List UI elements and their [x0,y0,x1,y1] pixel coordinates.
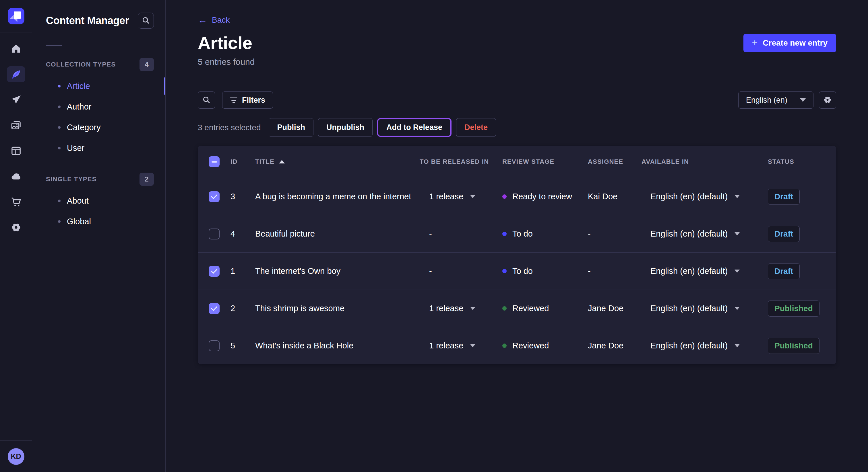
cell-available-in[interactable]: English (en) (default) [650,266,727,276]
table-row[interactable]: 5 What's inside a Black Hole 1 release R… [198,327,836,364]
collection-types-list: Article Author Category User [32,76,165,158]
cloud-icon[interactable] [7,168,25,184]
cell-id: 5 [230,341,255,350]
row-checkbox[interactable] [209,266,220,277]
sidebar-item-global[interactable]: Global [32,211,165,232]
stage-dot-icon [502,306,507,310]
sidebar-item-about[interactable]: About [32,191,165,211]
cell-assignee: - [588,266,642,276]
rail-icon-list [7,41,25,235]
main-nav-rail: KD [0,0,32,472]
stage-dot-icon [502,194,507,199]
chevron-down-icon [735,307,740,310]
chevron-down-icon [735,232,740,235]
cell-assignee: Jane Doe [588,341,642,350]
strapi-logo-icon[interactable] [8,8,24,24]
cell-release[interactable]: 1 release [429,304,463,313]
settings-gear-icon[interactable] [7,220,25,235]
bulk-actions-bar: 3 entries selected Publish Unpublish Add… [198,118,836,137]
cell-available-in[interactable]: English (en) (default) [650,229,727,239]
column-header-available-in[interactable]: AVAILABLE IN [642,158,768,165]
cell-assignee: - [588,229,642,239]
view-settings-button[interactable] [819,92,836,109]
column-header-to-be-released-in[interactable]: TO BE RELEASED IN [420,158,502,165]
collection-types-label: COLLECTION TYPES [46,61,116,68]
sidebar-search-button[interactable] [138,12,154,29]
chevron-down-icon [735,270,740,273]
row-checkbox[interactable] [209,340,220,351]
sidebar-item-user[interactable]: User [32,138,165,158]
delete-button[interactable]: Delete [456,118,496,137]
table-row[interactable]: 2 This shrimp is awesome 1 release Revie… [198,290,836,327]
releases-icon[interactable] [7,92,25,108]
back-label: Back [212,15,229,25]
cell-id: 3 [230,192,255,201]
gear-icon [823,95,832,105]
rail-footer: KD [0,440,32,472]
search-icon [202,96,211,105]
filters-button[interactable]: Filters [222,92,273,109]
strapi-logo-wrap [0,0,32,32]
content-manager-sidebar: Content Manager COLLECTION TYPES 4 Artic… [32,0,166,472]
bullet-icon [58,200,61,202]
marketplace-cart-icon[interactable] [7,194,25,210]
content-type-builder-icon[interactable] [7,143,25,159]
column-header-id[interactable]: ID [230,158,255,165]
add-to-release-button[interactable]: Add to Release [377,118,452,137]
publish-button[interactable]: Publish [269,118,313,137]
status-badge: Draft [768,189,800,205]
chevron-down-icon [470,307,475,310]
sidebar-item-category[interactable]: Category [32,117,165,138]
table-row[interactable]: 4 Beautiful picture - To do - English (e… [198,215,836,252]
sidebar-divider [46,45,62,46]
bullet-icon [58,105,61,108]
search-entries-button[interactable] [198,92,215,109]
status-badge: Draft [768,263,800,279]
media-library-icon[interactable] [7,117,25,133]
chevron-down-icon [470,344,475,347]
entries-table: ID TITLE TO BE RELEASED IN REVIEW STAGE … [198,146,836,364]
bullet-icon [58,85,61,88]
sidebar-title: Content Manager [46,14,129,27]
single-types-label: SINGLE TYPES [46,175,97,183]
unpublish-button[interactable]: Unpublish [318,118,373,137]
row-checkbox[interactable] [209,303,220,314]
cell-available-in[interactable]: English (en) (default) [650,304,727,313]
user-avatar[interactable]: KD [8,448,24,465]
home-icon[interactable] [7,41,25,57]
row-checkbox[interactable] [209,229,220,239]
cell-title: A bug is becoming a meme on the internet [255,192,411,201]
column-header-review-stage[interactable]: REVIEW STAGE [502,158,588,165]
locale-select[interactable]: English (en) [738,92,813,109]
row-checkbox[interactable] [209,191,220,202]
cell-available-in[interactable]: English (en) (default) [650,341,727,350]
search-icon [142,16,150,26]
cell-id: 2 [230,304,255,313]
cell-release[interactable]: - [429,266,432,276]
table-row[interactable]: 3 A bug is becoming a meme on the intern… [198,178,836,215]
cell-id: 4 [230,229,255,239]
column-header-assignee[interactable]: ASSIGNEE [588,158,642,165]
cell-available-in[interactable]: English (en) (default) [650,192,727,201]
cell-review-stage: Reviewed [513,341,549,350]
status-badge: Published [768,338,819,354]
sidebar-item-author[interactable]: Author [32,96,165,117]
back-link[interactable]: ← Back [198,15,229,25]
single-types-list: About Global [32,191,165,232]
cell-assignee: Jane Doe [588,304,642,313]
create-new-entry-button[interactable]: + Create new entry [743,34,836,52]
column-header-status[interactable]: STATUS [768,158,825,165]
cell-review-stage: To do [513,266,533,276]
select-all-checkbox[interactable] [209,156,220,167]
content-manager-icon[interactable] [7,66,25,82]
column-header-title[interactable]: TITLE [255,158,274,165]
cell-release[interactable]: 1 release [429,341,463,350]
chevron-down-icon [800,98,806,102]
stage-dot-icon [502,232,507,236]
back-arrow-icon: ← [198,16,207,24]
cell-release[interactable]: - [429,229,432,239]
table-row[interactable]: 1 The internet's Own boy - To do - Engli… [198,252,836,290]
cell-release[interactable]: 1 release [429,192,463,201]
chevron-down-icon [735,195,740,198]
sidebar-item-article[interactable]: Article [32,76,165,96]
